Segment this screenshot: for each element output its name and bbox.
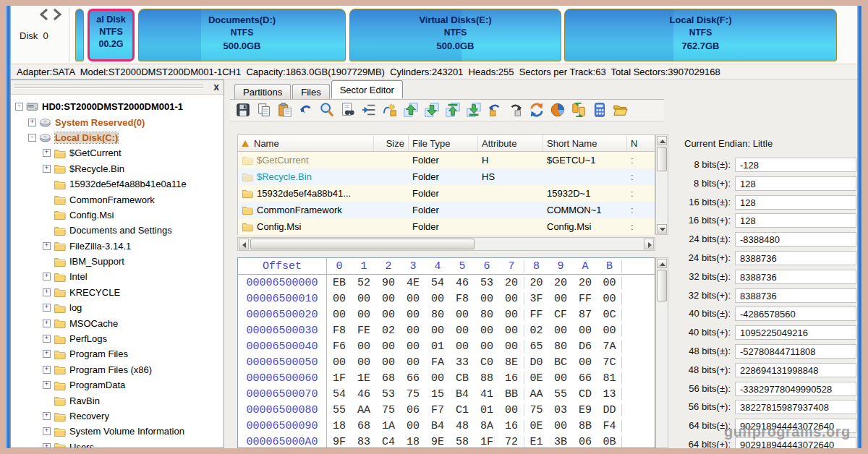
copy-button[interactable] bbox=[256, 102, 273, 119]
hex-byte[interactable]: 52 bbox=[352, 277, 376, 289]
hex-byte[interactable]: 00 bbox=[597, 293, 622, 305]
tree-item-system-volume-information[interactable]: +System Volume Information bbox=[11, 424, 224, 439]
panel-close-button[interactable]: x bbox=[213, 81, 219, 93]
hex-byte[interactable]: 20 bbox=[573, 277, 597, 289]
expand-icon[interactable]: + bbox=[43, 165, 51, 173]
inspector-value-field[interactable]: 228694131998848 bbox=[735, 363, 856, 377]
hex-byte[interactable]: 72 bbox=[499, 436, 524, 448]
hex-byte[interactable]: 3F bbox=[524, 293, 548, 305]
hex-byte[interactable]: 87 bbox=[573, 309, 597, 321]
hex-byte[interactable]: 20 bbox=[499, 277, 524, 289]
hex-byte[interactable]: CB bbox=[450, 372, 475, 385]
hex-byte[interactable]: F8 bbox=[450, 293, 475, 305]
hex-byte[interactable]: D6 bbox=[573, 340, 597, 353]
hex-byte[interactable]: B4 bbox=[450, 388, 475, 401]
hex-byte[interactable]: 00 bbox=[475, 340, 499, 353]
panel-grab-handle[interactable] bbox=[14, 87, 203, 88]
hex-byte[interactable]: 00 bbox=[352, 293, 376, 305]
refresh-button[interactable] bbox=[529, 102, 546, 119]
hex-byte[interactable]: 00 bbox=[401, 356, 425, 369]
file-row-getcurrent[interactable]: $GetCurrentFolderH$GETCU~1: bbox=[238, 152, 655, 168]
hex-byte[interactable]: FF bbox=[573, 293, 597, 305]
scroll-left-button[interactable] bbox=[239, 239, 249, 249]
hex-byte[interactable]: 00 bbox=[401, 293, 425, 305]
panel-grab-handle[interactable] bbox=[14, 85, 203, 85]
hex-byte[interactable]: 00 bbox=[548, 325, 573, 337]
hex-byte[interactable]: AA bbox=[524, 388, 548, 401]
hex-byte[interactable]: 8E bbox=[499, 356, 524, 369]
search-file-button[interactable] bbox=[340, 102, 357, 119]
hex-byte[interactable]: 75 bbox=[401, 388, 425, 401]
hex-byte[interactable]: 75 bbox=[524, 404, 548, 416]
inspector-value-field[interactable]: -8388480 bbox=[735, 232, 856, 247]
hex-byte[interactable]: 00 bbox=[499, 404, 524, 416]
inspector-value-field[interactable]: 8388736 bbox=[735, 270, 856, 284]
hex-byte[interactable]: 01 bbox=[475, 404, 499, 416]
tree-item-msocache[interactable]: +MSOCache bbox=[11, 315, 224, 330]
hex-byte[interactable]: 00 bbox=[352, 340, 376, 353]
partition-al-disk[interactable]: al DiskNTFS00.2G bbox=[88, 9, 135, 61]
inspector-value-field[interactable]: 128 bbox=[735, 195, 856, 210]
hex-byte[interactable]: 90 bbox=[376, 277, 401, 289]
hex-byte[interactable]: 80 bbox=[425, 309, 450, 321]
hex-byte[interactable]: 1A bbox=[376, 420, 401, 432]
hex-byte[interactable]: 00 bbox=[573, 356, 597, 369]
inspector-value-field[interactable]: -52780844711808 bbox=[735, 344, 856, 359]
hex-byte[interactable]: F8 bbox=[327, 325, 352, 337]
hex-byte[interactable]: 03 bbox=[548, 404, 573, 416]
hex-byte[interactable]: 54 bbox=[327, 388, 352, 401]
tree-item-perflogs[interactable]: +PerfLogs bbox=[11, 331, 224, 346]
hex-byte[interactable]: 65 bbox=[524, 340, 548, 353]
hex-byte[interactable]: FE bbox=[352, 325, 376, 337]
hex-byte[interactable]: 7A bbox=[597, 340, 622, 353]
paste-button[interactable] bbox=[277, 102, 294, 119]
hex-byte[interactable]: 75 bbox=[376, 404, 401, 416]
expand-icon[interactable]: + bbox=[43, 381, 51, 389]
hex-byte[interactable]: C4 bbox=[376, 436, 401, 448]
expand-icon[interactable]: + bbox=[43, 427, 51, 435]
sector-down-button[interactable] bbox=[424, 102, 441, 119]
column-header-size[interactable]: Size bbox=[374, 135, 409, 151]
hex-byte[interactable]: B4 bbox=[425, 420, 450, 432]
search-button[interactable] bbox=[319, 102, 336, 119]
hex-byte[interactable]: 00 bbox=[499, 325, 524, 337]
inspector-value-field[interactable]: -128 bbox=[735, 158, 856, 172]
tree-item-ibm-support[interactable]: IBM_Support bbox=[11, 254, 224, 269]
hex-byte[interactable]: 00 bbox=[475, 293, 499, 305]
calculator-button[interactable] bbox=[592, 102, 609, 119]
hex-byte[interactable]: 01 bbox=[425, 340, 450, 353]
hex-byte[interactable]: C0 bbox=[475, 356, 499, 369]
hex-byte[interactable]: 53 bbox=[376, 388, 401, 401]
column-header-attribute[interactable]: Attribute bbox=[478, 135, 543, 151]
hex-byte[interactable]: 0E bbox=[524, 372, 548, 385]
hex-byte[interactable]: 00 bbox=[401, 325, 425, 337]
inspector-value-field[interactable]: -33829778049990528 bbox=[735, 382, 856, 396]
hex-byte[interactable]: 81 bbox=[597, 372, 622, 385]
hex-byte[interactable]: 18 bbox=[327, 420, 352, 432]
tree-item-hd0-st2000dmst2000dm001-1[interactable]: -HD0:ST2000DMST2000DM001-1 bbox=[11, 99, 224, 114]
hex-byte[interactable]: BC bbox=[548, 356, 573, 369]
hex-byte[interactable]: 1E bbox=[352, 372, 376, 385]
hex-byte[interactable]: 41 bbox=[475, 388, 499, 401]
hex-byte[interactable]: 00 bbox=[548, 372, 573, 385]
expand-icon[interactable]: + bbox=[43, 443, 51, 447]
file-list-horizontal-scrollbar[interactable] bbox=[237, 237, 655, 251]
hex-byte[interactable]: 00 bbox=[376, 356, 401, 369]
hex-byte[interactable]: 00 bbox=[499, 340, 524, 353]
inspector-value-field[interactable]: 8388736 bbox=[735, 251, 856, 265]
partition-documents-d[interactable]: Documents(D:)NTFS500.0GB bbox=[138, 9, 346, 61]
tree-item-krecycle[interactable]: +KRECYCLE bbox=[11, 285, 224, 300]
hex-byte[interactable]: 00 bbox=[450, 325, 475, 337]
expand-icon[interactable]: + bbox=[43, 273, 51, 280]
hex-byte[interactable]: 00 bbox=[425, 293, 450, 305]
hex-byte[interactable]: 88 bbox=[475, 372, 499, 385]
hex-byte[interactable]: 00 bbox=[327, 356, 352, 369]
expand-icon[interactable]: + bbox=[28, 119, 36, 127]
hex-byte[interactable]: 00 bbox=[597, 325, 622, 337]
tree-item-log[interactable]: +log bbox=[11, 300, 224, 315]
hex-byte[interactable]: 0C bbox=[597, 309, 622, 321]
scrollbar-thumb[interactable] bbox=[250, 239, 475, 249]
hex-byte[interactable]: 53 bbox=[475, 277, 499, 289]
tree-item-program-files-x86[interactable]: +Program Files (x86) bbox=[11, 362, 224, 377]
hex-byte[interactable]: 20 bbox=[524, 277, 548, 289]
